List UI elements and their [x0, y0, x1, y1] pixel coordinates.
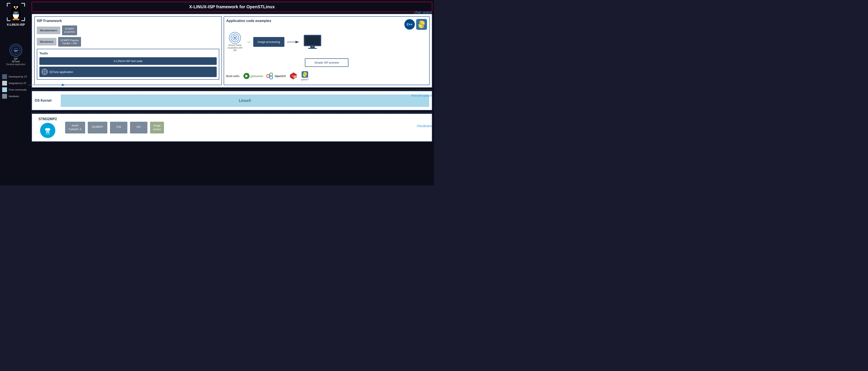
- svg-text:ISP: ISP: [14, 12, 18, 14]
- svg-point-10: [12, 4, 20, 11]
- iqtune-icon: ISP: [9, 44, 23, 57]
- libcamerasrc-block: libcamerasrc: [37, 27, 60, 34]
- svg-point-14: [17, 6, 18, 7]
- camera-sensor-icon: [229, 32, 241, 44]
- hardware-label: Hardware: [417, 124, 432, 128]
- libcamera-row: libcamera DCMIPP Pipeline handler + IPA: [37, 37, 219, 47]
- svg-point-57: [304, 73, 305, 74]
- linux-bar: Linux®: [61, 94, 429, 107]
- svg-point-34: [422, 26, 423, 27]
- svg-point-33: [420, 22, 421, 23]
- svg-point-50: [270, 76, 273, 79]
- pipeline-diagram: Sensor frame acquisition with ISP → Imag…: [226, 32, 427, 52]
- logo-area: ISP X-LINUX-ISP: [6, 2, 26, 26]
- main-container: ISP X-LINUX-ISP ISP ISPIQTune Desktop ap…: [0, 0, 434, 185]
- svg-text:GDK: GDK: [291, 75, 296, 77]
- legend-item-developed: Developed by ST: [2, 74, 27, 79]
- hw-chip-arm: Arm® Cortex® -A: [65, 122, 85, 133]
- dcmipp-pipeline-block: DCMIPP Pipeline handler + IPA: [58, 37, 81, 47]
- content-area: User space Kernel space Hardware X-LINUX…: [32, 0, 434, 185]
- stm32-title: STM32MP2: [38, 117, 57, 121]
- svg-point-48: [267, 74, 270, 78]
- isp-framework-title: ISP Framework: [37, 19, 219, 23]
- os-kernel-section: OS Kernel Linux®: [32, 91, 432, 111]
- iqtune-btn[interactable]: IQTune application: [39, 67, 217, 77]
- opencv-logo: OpenCV: [266, 73, 286, 79]
- legend-label-integrated: Integrated by ST: [9, 82, 26, 85]
- gstreamer-text: gstreamer: [250, 74, 263, 78]
- hw-components: Arm® Cortex® -A DCMIPP CSI I2C Image sen…: [65, 122, 429, 133]
- svg-point-13: [14, 6, 15, 7]
- svg-text:STM32: STM32: [45, 133, 50, 134]
- svg-rect-44: [308, 48, 317, 49]
- svg-point-58: [305, 75, 306, 76]
- app-code-title: Application code examples: [226, 19, 271, 23]
- sidebar: ISP X-LINUX-ISP ISP ISPIQTune Desktop ap…: [0, 0, 32, 185]
- tools-section: Tools X-LINUX-ISP tool suite IQTune appl…: [37, 49, 219, 80]
- svg-text:C++: C++: [407, 23, 412, 26]
- legend-box-hardware: [2, 94, 7, 99]
- legend-item-integrated: Integrated by ST: [2, 81, 27, 86]
- desktop-application-label: Desktop application: [6, 63, 25, 65]
- iqtune-area: ISP ISPIQTune Desktop application: [6, 44, 25, 65]
- iqtune-btn-icon: [41, 69, 48, 75]
- sensor-label: Sensor frame acquisition with ISP: [226, 44, 244, 52]
- tool-suite-btn[interactable]: X-LINUX-ISP tool suite: [39, 57, 217, 65]
- image-processing-box: Image processing: [253, 37, 284, 47]
- simple-isp-preview-btn[interactable]: Simple ISP preview: [305, 58, 348, 67]
- tux-logo-icon: ISP: [6, 2, 26, 22]
- dcmipp-props-block: DCMIPP properties: [62, 26, 77, 35]
- dashed-separator-1: [32, 90, 432, 90]
- stm32-badge: STM32: [40, 123, 55, 138]
- svg-point-38: [234, 37, 236, 39]
- legend-box-integrated: [2, 81, 7, 86]
- logo-title: X-LINUX-ISP: [7, 23, 25, 26]
- cpp-icon: C++: [404, 19, 415, 30]
- long-arrow: [287, 40, 300, 44]
- gdk-icon: GDK: [289, 72, 298, 80]
- iqtune-label: ISPIQTune: [12, 58, 20, 63]
- python3-icon: [302, 71, 308, 78]
- svg-rect-42: [305, 36, 320, 45]
- legend-area: Developed by ST Integrated by ST From co…: [0, 74, 27, 99]
- stm32-left: STM32MP2 STM32: [35, 117, 61, 138]
- hw-chip-i2c: I2C: [130, 122, 148, 133]
- svg-text:ISP: ISP: [14, 50, 17, 52]
- long-arrow-icon: [287, 40, 300, 44]
- legend-box-community: [2, 87, 7, 92]
- main-title-text: X-LINUX-ISP framework for OpenSTLinux: [189, 4, 275, 9]
- isp-framework-box: ISP Framework libcamerasrc DCMIPP proper…: [34, 16, 222, 85]
- libcamera-block: libcamera: [37, 38, 56, 45]
- main-title-banner: X-LINUX-ISP framework for OpenSTLinux: [32, 2, 432, 12]
- hw-chip-dcmipp: DCMIPP: [88, 122, 107, 133]
- opencv-text: OpenCV: [275, 74, 286, 78]
- user-space-section: ISP Framework libcamerasrc DCMIPP proper…: [32, 14, 432, 88]
- tools-title: Tools: [39, 51, 217, 55]
- python-icon: [416, 19, 427, 30]
- dashed-separator-2: [32, 112, 432, 113]
- legend-item-hardware: Hardware: [2, 94, 27, 99]
- hw-chip-image-sensor: Image sensor: [150, 122, 164, 133]
- hw-chip-csi: CSI: [110, 122, 127, 133]
- gstreamer-icon: [243, 73, 250, 79]
- app-code-box: Application code examples C++: [224, 16, 430, 85]
- python3-logo: python3: [301, 71, 309, 81]
- legend-item-community: From community: [2, 87, 27, 92]
- legend-label-hardware: Hardware: [9, 95, 19, 97]
- legend-box-developed: [2, 74, 7, 79]
- kernel-space-label: Kernel space: [411, 94, 432, 97]
- iqtune-btn-label: IQTune application: [50, 70, 73, 73]
- camera-icon-area: Sensor frame acquisition with ISP: [226, 32, 244, 52]
- svg-point-16: [12, 19, 16, 20]
- os-kernel-title: OS Kernel: [35, 99, 56, 102]
- legend-label-developed: Developed by ST: [9, 75, 27, 78]
- arrow-right-1: →: [246, 39, 251, 44]
- libcamerasrc-row: libcamerasrc DCMIPP properties: [37, 26, 219, 35]
- built-with-label: Built with:: [226, 74, 240, 78]
- built-with-row: Built with: gstreamer: [226, 71, 427, 81]
- stm32-butterfly-icon: STM32: [43, 126, 52, 135]
- stm32-section: STM32MP2 STM32 Arm® Cortex® -A: [32, 114, 432, 142]
- gstreamer-logo: gstreamer: [243, 73, 263, 79]
- svg-point-15: [15, 8, 17, 9]
- cpp-python-icons: C++: [404, 19, 427, 30]
